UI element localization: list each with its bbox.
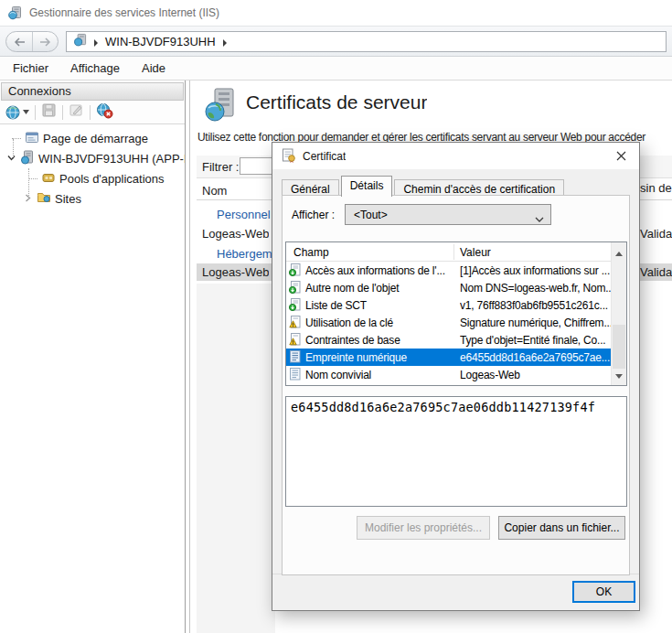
- field-row[interactable]: Contraintes de base Type d'objet=Entité …: [286, 331, 611, 349]
- edit-connection-icon[interactable]: [69, 102, 84, 122]
- field-row[interactable]: Liste de SCT v1, 76ff883f0ab6fb9551c261c…: [286, 296, 611, 314]
- nav-history-buttons: [5, 31, 59, 52]
- column-divider: [453, 244, 454, 260]
- breadcrumb-arrow-icon[interactable]: [93, 34, 99, 50]
- certificate-row-store-fragment[interactable]: Validat: [640, 227, 672, 241]
- menu-affichage[interactable]: Affichage: [70, 61, 120, 75]
- column-header-store-fragment[interactable]: sin de: [640, 181, 672, 195]
- list-background: [197, 284, 275, 633]
- breadcrumb-server[interactable]: WIN-BJVDF913UHH: [105, 35, 216, 48]
- field-value: Signature numérique, Chiffrem...: [460, 316, 611, 329]
- navigation-bar: WIN-BJVDF913UHH: [0, 26, 672, 57]
- start-page-icon: [25, 130, 39, 147]
- scrollbar-thumb[interactable]: [613, 325, 625, 369]
- tree-item-label: Sites: [55, 192, 81, 206]
- critical-extension-icon: [289, 333, 301, 349]
- field-name: Contraintes de base: [305, 334, 452, 347]
- certificate-dialog: Certificat Général Détails Chemin d'accè…: [272, 142, 640, 611]
- tree-connector: [28, 178, 37, 179]
- back-button[interactable]: [6, 32, 32, 51]
- field-value: e6455dd8d16a6e2a7695c7ae...: [460, 351, 611, 364]
- breadcrumb-arrow-icon[interactable]: [222, 34, 228, 50]
- scroll-up-icon[interactable]: [615, 246, 623, 259]
- show-dropdown-value: <Tout>: [354, 209, 388, 221]
- field-value: Logeas-Web: [460, 369, 611, 381]
- field-value: Type d'objet=Entité finale, Co...: [460, 334, 611, 347]
- tree-item-server[interactable]: WIN-BJVDF913UHH (APP-LO: [0, 148, 185, 168]
- field-value: Nom DNS=logeas-web.fr, Nom...: [460, 282, 611, 295]
- certificate-icon: [282, 148, 296, 166]
- connections-panel: Connexions: [0, 80, 185, 633]
- server-icon: [20, 150, 35, 167]
- column-header-name[interactable]: Nom: [202, 184, 227, 198]
- connections-header: Connexions: [1, 82, 184, 101]
- copy-to-file-button[interactable]: Copier dans un fichier...: [498, 516, 625, 540]
- tree-item-label: WIN-BJVDF913UHH (APP-LO: [38, 152, 185, 166]
- connections-tree: Page de démarrage WIN-BJVDF913UHH (APP-L…: [0, 128, 185, 209]
- close-icon[interactable]: [612, 148, 630, 164]
- dialog-footer: OK: [272, 574, 639, 610]
- create-connection-icon[interactable]: [5, 104, 29, 121]
- delete-connection-icon[interactable]: [96, 102, 113, 123]
- server-certificates-icon: [203, 87, 240, 126]
- field-row[interactable]: Nom convivial Logeas-Web: [286, 366, 611, 383]
- ok-button[interactable]: OK: [572, 581, 635, 603]
- iis-manager-window: Gestionnaire des services Internet (IIS)…: [0, 0, 672, 633]
- group-header-hebergement: Hébergement Web: [217, 247, 273, 261]
- property-icon: [289, 350, 301, 366]
- certificate-row-store-fragment[interactable]: Validat: [640, 265, 672, 279]
- scroll-down-icon[interactable]: [615, 369, 623, 381]
- certificate-row-name[interactable]: Logeas-Web: [202, 227, 269, 241]
- field-row[interactable]: Autre nom de l'objet Nom DNS=logeas-web.…: [286, 279, 611, 296]
- certificate-row-name[interactable]: Logeas-Web: [202, 265, 269, 279]
- property-icon: [289, 368, 301, 383]
- filter-label: Filtrer :: [202, 160, 239, 174]
- save-connections-icon[interactable]: [41, 102, 57, 122]
- dialog-tabs: Général Détails Chemin d'accès de certif…: [282, 176, 566, 197]
- menu-bar: Fichier Affichage Aide: [0, 57, 672, 80]
- field-row[interactable]: Accès aux informations de l'... [1]Accès…: [286, 262, 611, 279]
- certificate-extension-icon: [289, 298, 301, 314]
- certificate-fields-list: Champ Valeur Accès aux informations de l…: [285, 241, 627, 386]
- field-name: Accès aux informations de l'...: [305, 264, 452, 277]
- window-title: Gestionnaire des services Internet (IIS): [29, 6, 219, 19]
- field-row[interactable]: Utilisation de la clé Signature numériqu…: [286, 314, 611, 331]
- tree-item-label: Pools d'applications: [59, 172, 165, 186]
- certificate-extension-icon: [289, 281, 301, 296]
- field-detail-text[interactable]: e6455dd8d16a6e2a7695c7ae06ddb11427139f4f: [285, 396, 627, 507]
- page-title: Certificats de serveur: [246, 91, 427, 113]
- fields-list-header: Champ Valeur: [286, 242, 626, 262]
- column-champ[interactable]: Champ: [293, 246, 329, 259]
- fields-scrollbar[interactable]: [611, 242, 626, 385]
- chevron-down-icon[interactable]: [6, 152, 16, 166]
- application-pools-icon: [41, 170, 56, 188]
- field-name: Autre nom de l'objet: [305, 282, 452, 295]
- group-header-personnel: Personnel: [217, 208, 271, 221]
- tab-details[interactable]: Détails: [341, 176, 393, 197]
- tree-connector: [28, 168, 29, 199]
- show-dropdown[interactable]: <Tout>: [345, 204, 551, 225]
- tree-connector: [13, 139, 14, 159]
- toolbar-separator: [35, 105, 36, 120]
- toolbar-separator: [62, 105, 63, 120]
- show-label: Afficher :: [292, 209, 335, 221]
- field-name: Liste de SCT: [305, 299, 452, 312]
- address-bar[interactable]: WIN-BJVDF913UHH: [66, 31, 667, 52]
- dialog-titlebar: Certificat: [272, 143, 639, 169]
- iis-app-icon: [7, 5, 22, 24]
- field-row-selected[interactable]: Empreinte numérique e6455dd8d16a6e2a7695…: [286, 349, 611, 366]
- menu-aide[interactable]: Aide: [142, 61, 165, 75]
- menu-fichier[interactable]: Fichier: [13, 61, 48, 75]
- toolbar-separator: [90, 105, 91, 120]
- iis-server-icon: [73, 33, 87, 50]
- forward-button[interactable]: [32, 32, 58, 51]
- dialog-title: Certificat: [303, 150, 346, 163]
- window-titlebar: Gestionnaire des services Internet (IIS): [0, 0, 672, 26]
- chevron-down-icon: [535, 212, 544, 225]
- column-valeur[interactable]: Valeur: [460, 246, 491, 259]
- connections-toolbar: [0, 101, 185, 124]
- sites-folder-icon: [37, 190, 51, 208]
- tree-item-start-page[interactable]: Page de démarrage: [0, 128, 185, 148]
- edit-properties-button[interactable]: Modifier les propriétés...: [357, 516, 490, 540]
- field-value: [1]Accès aux informations sur ...: [460, 264, 611, 277]
